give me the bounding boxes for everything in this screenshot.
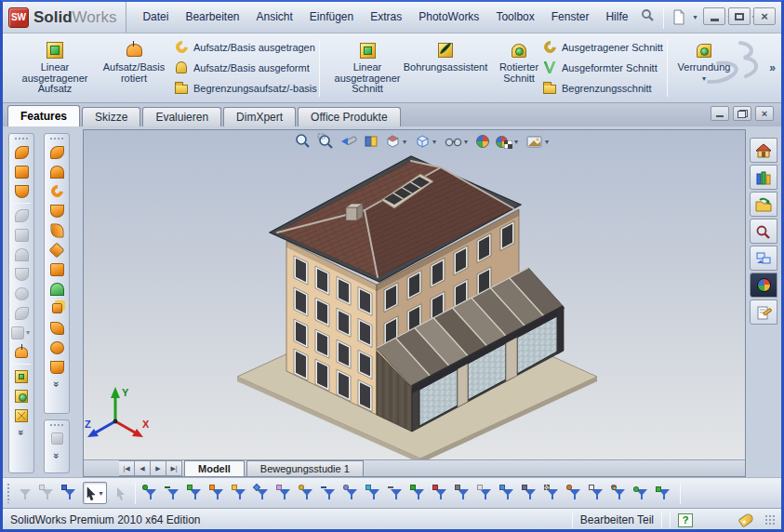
tab-modell[interactable]: Modell	[184, 460, 245, 476]
boundary-surface-icon[interactable]	[47, 201, 67, 220]
camera-scene-icon[interactable]: ▾	[525, 132, 552, 151]
menu-extras[interactable]: Extras	[362, 2, 410, 33]
close-button[interactable]: ×	[753, 7, 776, 25]
display-style-icon[interactable]: ▾	[413, 132, 440, 151]
doc-close-button[interactable]: ×	[755, 106, 774, 121]
view-palette-icon[interactable]	[750, 246, 777, 271]
search-icon[interactable]	[750, 219, 777, 244]
filter-blocks[interactable]	[610, 483, 630, 503]
pattern-icon[interactable]: ▾	[11, 323, 32, 342]
filter-dimensions[interactable]	[409, 483, 429, 503]
chamfer-icon[interactable]	[11, 225, 32, 245]
filter-faces[interactable]	[186, 483, 206, 503]
wrap-icon[interactable]	[11, 303, 32, 323]
apply-scene-icon[interactable]	[474, 132, 491, 151]
hide-show-items-icon[interactable]: ▾	[443, 132, 472, 151]
toolbar-grip[interactable]	[49, 423, 64, 427]
quick-tips-icon[interactable]: ?	[678, 513, 693, 527]
menu-hilfe[interactable]: Hilfe	[597, 2, 636, 33]
revolved-surface-icon[interactable]	[47, 162, 67, 181]
first-tab-button[interactable]: |◀	[119, 460, 135, 476]
revolved-cut-button[interactable]: Rotierter Schnitt	[490, 37, 548, 85]
maximize-button[interactable]	[728, 7, 751, 25]
menu-photoworks[interactable]: PhotoWorks	[410, 2, 487, 33]
knit-surface-icon[interactable]	[47, 299, 67, 318]
filter-weld-symbols[interactable]	[521, 483, 540, 503]
menu-bearbeiten[interactable]: Bearbeiten	[177, 2, 247, 33]
tags-icon[interactable]	[737, 512, 754, 528]
toolbar-grip[interactable]	[7, 483, 10, 503]
toolbar-more-chevron[interactable]: »	[16, 430, 27, 435]
select-other-icon[interactable]	[110, 483, 129, 503]
search-icon[interactable]	[640, 8, 655, 27]
zoom-to-fit-icon[interactable]	[292, 132, 312, 151]
new-document-dropdown[interactable]: ▾	[691, 13, 698, 21]
filter-clear-icon[interactable]	[38, 483, 58, 503]
menu-ansicht[interactable]: Ansicht	[247, 2, 300, 33]
offset-surface-icon[interactable]	[47, 240, 67, 259]
tab-skizze[interactable]: Skizze	[82, 107, 140, 126]
extend-surface-icon[interactable]	[47, 318, 67, 338]
doc-restore-button[interactable]	[733, 106, 751, 121]
toolbar-more-chevron[interactable]: »	[51, 381, 62, 387]
filter-notes[interactable]	[476, 483, 496, 503]
tab-features[interactable]: Features	[7, 105, 80, 126]
filter-hatch[interactable]	[543, 483, 563, 503]
rib-icon[interactable]	[11, 284, 32, 303]
untrim-surface-icon[interactable]	[47, 357, 67, 377]
home-icon[interactable]	[750, 138, 777, 163]
filter-midpoints[interactable]	[342, 483, 362, 503]
draft-icon[interactable]	[11, 264, 32, 284]
toolbar-more-chevron[interactable]: »	[51, 453, 62, 459]
boss-icon[interactable]	[11, 162, 32, 181]
previous-view-icon[interactable]	[339, 132, 359, 151]
tab-bewegungsstudie[interactable]: Bewegungsstudie 1	[246, 460, 364, 476]
extruded-surface-icon[interactable]	[47, 181, 67, 201]
filter-sketch-points[interactable]	[298, 483, 317, 503]
delete-face-icon[interactable]	[47, 338, 67, 357]
boundary-boss-button[interactable]: Begrenzungsaufsatz/-basis	[172, 78, 319, 98]
filter-connection-points[interactable]	[632, 483, 652, 503]
revolve-icon[interactable]	[11, 342, 32, 362]
next-tab-button[interactable]: ▶	[151, 460, 166, 476]
revolved-boss-button[interactable]: Aufsatz/Basis rotiert	[100, 37, 168, 85]
menu-fenster[interactable]: Fenster	[543, 2, 598, 33]
sweep-icon[interactable]	[11, 142, 32, 162]
custom-properties-icon[interactable]	[750, 299, 777, 325]
tab-office-produkte[interactable]: Office Produkte	[298, 107, 401, 126]
resize-grip[interactable]	[764, 514, 776, 525]
filter-routing-points[interactable]	[655, 483, 674, 503]
lofted-surface-icon[interactable]	[47, 220, 67, 240]
filter-axes[interactable]	[253, 483, 272, 503]
dome-icon[interactable]	[11, 181, 32, 201]
extrude-cut-icon[interactable]	[11, 366, 32, 386]
filter-surface-bodies[interactable]	[208, 483, 228, 503]
design-library-icon[interactable]	[750, 165, 777, 190]
graphics-viewport[interactable]: Y X Z	[83, 129, 746, 477]
swept-surface-icon[interactable]	[47, 142, 67, 162]
filter-centerlines[interactable]	[387, 483, 406, 503]
swept-cut-button[interactable]: Ausgetragener Schnitt	[540, 37, 665, 57]
doc-minimize-button[interactable]	[711, 106, 729, 121]
appearances-icon[interactable]	[750, 273, 777, 298]
planar-surface-icon[interactable]	[47, 259, 67, 279]
menu-einfuegen[interactable]: Einfügen	[301, 2, 362, 33]
minimize-button[interactable]	[703, 7, 725, 25]
shell-icon[interactable]	[11, 245, 32, 264]
filter-vertices[interactable]	[141, 483, 161, 503]
toolbar-grip[interactable]	[49, 137, 64, 140]
new-document-icon[interactable]	[669, 7, 689, 27]
building-model[interactable]: Y X Z	[84, 130, 745, 460]
section-view-icon[interactable]	[362, 132, 380, 151]
view-settings-icon[interactable]: ▾	[494, 132, 522, 151]
menu-toolbox[interactable]: Toolbox	[487, 2, 542, 33]
filter-center-marks[interactable]	[365, 483, 384, 503]
filter-solid-bodies[interactable]	[231, 483, 250, 503]
lofted-boss-button[interactable]: Aufsatz/Basis ausgeformt	[172, 58, 319, 77]
view-orientation-icon[interactable]: ▾	[383, 132, 410, 151]
loft-icon[interactable]	[11, 206, 32, 225]
filter-datums[interactable]	[498, 483, 518, 503]
select-arrow-button[interactable]: ▾	[83, 482, 107, 504]
filter-all-icon[interactable]	[60, 483, 80, 503]
filter-edges[interactable]	[164, 483, 183, 503]
